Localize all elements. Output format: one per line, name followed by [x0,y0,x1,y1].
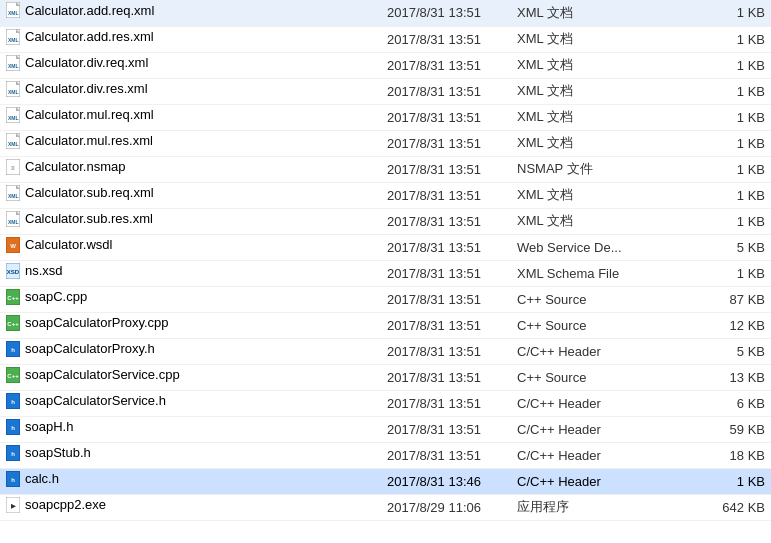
file-type: C/C++ Header [511,390,691,416]
svg-text:XML: XML [8,141,19,147]
table-row[interactable]: C++ soapC.cpp 2017/8/31 13:51C++ Source8… [0,286,771,312]
file-type: XML 文档 [511,0,691,26]
svg-text:h: h [11,425,15,431]
svg-text:XML: XML [8,219,19,225]
file-icon: h [6,471,20,487]
table-row[interactable]: h soapCalculatorProxy.h 2017/8/31 13:51C… [0,338,771,364]
table-row[interactable]: XSD ns.xsd 2017/8/31 13:51XML Schema Fil… [0,260,771,286]
file-name-cell: XML Calculator.sub.req.xml [0,183,310,203]
svg-text:h: h [11,477,15,483]
file-icon: h [6,419,20,435]
file-date: 2017/8/31 13:51 [381,234,511,260]
file-name: soapCalculatorService.cpp [25,367,180,382]
file-icon: ≡ [6,159,20,175]
file-name-cell: ≡ Calculator.nsmap [0,157,310,177]
file-size: 5 KB [691,338,771,364]
file-name: soapC.cpp [25,289,87,304]
file-name: Calculator.div.res.xml [25,81,148,96]
file-date: 2017/8/31 13:51 [381,26,511,52]
file-name-cell: XML Calculator.mul.res.xml [0,131,310,151]
svg-text:XML: XML [8,115,19,121]
table-row[interactable]: XML Calculator.div.res.xml 2017/8/31 13:… [0,78,771,104]
file-size: 1 KB [691,104,771,130]
table-row[interactable]: XML Calculator.mul.req.xml 2017/8/31 13:… [0,104,771,130]
file-type: C/C++ Header [511,468,691,494]
file-name-cell: XML Calculator.sub.res.xml [0,209,310,229]
table-row[interactable]: h soapStub.h 2017/8/31 13:51C/C++ Header… [0,442,771,468]
table-row[interactable]: ▶ soapcpp2.exe 2017/8/29 11:06应用程序642 KB [0,494,771,520]
svg-text:▶: ▶ [11,503,16,509]
file-type: NSMAP 文件 [511,156,691,182]
file-type: XML 文档 [511,208,691,234]
file-name-cell: C++ soapCalculatorService.cpp [0,365,310,385]
file-date: 2017/8/31 13:51 [381,260,511,286]
file-date: 2017/8/31 13:51 [381,286,511,312]
file-size: 1 KB [691,78,771,104]
file-name-cell: h soapCalculatorService.h [0,391,310,411]
file-name: Calculator.nsmap [25,159,125,174]
file-type: C/C++ Header [511,338,691,364]
file-name: Calculator.mul.req.xml [25,107,154,122]
table-row[interactable]: XML Calculator.add.req.xml 2017/8/31 13:… [0,0,771,26]
table-row[interactable]: XML Calculator.div.req.xml 2017/8/31 13:… [0,52,771,78]
svg-text:h: h [11,347,15,353]
table-row[interactable]: XML Calculator.sub.res.xml 2017/8/31 13:… [0,208,771,234]
file-name-cell: XML Calculator.add.req.xml [0,0,310,20]
file-icon: h [6,393,20,409]
file-size: 1 KB [691,468,771,494]
file-type: XML 文档 [511,26,691,52]
table-row[interactable]: C++ soapCalculatorService.cpp 2017/8/31 … [0,364,771,390]
svg-text:XML: XML [8,193,19,199]
svg-text:XML: XML [8,89,19,95]
table-row[interactable]: XML Calculator.add.res.xml 2017/8/31 13:… [0,26,771,52]
file-type: C/C++ Header [511,416,691,442]
file-type: C++ Source [511,286,691,312]
file-name: Calculator.add.res.xml [25,29,154,44]
file-date: 2017/8/31 13:51 [381,78,511,104]
svg-text:XSD: XSD [7,269,20,275]
file-type: XML 文档 [511,78,691,104]
file-name-cell: XSD ns.xsd [0,261,310,281]
file-icon: h [6,341,20,357]
file-size: 1 KB [691,26,771,52]
table-row[interactable]: XML Calculator.mul.res.xml 2017/8/31 13:… [0,130,771,156]
file-date: 2017/8/31 13:51 [381,364,511,390]
file-type: XML Schema File [511,260,691,286]
file-size: 18 KB [691,442,771,468]
file-icon: ▶ [6,497,20,513]
table-row[interactable]: C++ soapCalculatorProxy.cpp 2017/8/31 13… [0,312,771,338]
file-name-cell: h soapStub.h [0,443,310,463]
file-type: XML 文档 [511,130,691,156]
file-date: 2017/8/31 13:51 [381,208,511,234]
file-name-cell: h soapCalculatorProxy.h [0,339,310,359]
file-size: 59 KB [691,416,771,442]
table-row[interactable]: h soapCalculatorService.h 2017/8/31 13:5… [0,390,771,416]
file-name: ns.xsd [25,263,63,278]
file-date: 2017/8/29 11:06 [381,494,511,520]
file-date: 2017/8/31 13:46 [381,468,511,494]
table-row[interactable]: h soapH.h 2017/8/31 13:51C/C++ Header59 … [0,416,771,442]
file-name: Calculator.div.req.xml [25,55,148,70]
table-row[interactable]: h calc.h 2017/8/31 13:46C/C++ Header1 KB [0,468,771,494]
svg-text:C++: C++ [7,373,19,379]
table-row[interactable]: W Calculator.wsdl 2017/8/31 13:51Web Ser… [0,234,771,260]
file-size: 5 KB [691,234,771,260]
file-size: 642 KB [691,494,771,520]
file-icon: C++ [6,367,20,383]
file-name-cell: XML Calculator.add.res.xml [0,27,310,47]
file-name-cell: XML Calculator.div.req.xml [0,53,310,73]
table-row[interactable]: ≡ Calculator.nsmap 2017/8/31 13:51NSMAP … [0,156,771,182]
file-name: soapCalculatorService.h [25,393,166,408]
file-icon: C++ [6,289,20,305]
file-name: Calculator.wsdl [25,237,112,252]
file-date: 2017/8/31 13:51 [381,338,511,364]
svg-text:XML: XML [8,37,19,43]
file-icon: XML [6,2,20,18]
file-date: 2017/8/31 13:51 [381,416,511,442]
file-name: soapStub.h [25,445,91,460]
file-size: 1 KB [691,182,771,208]
file-size: 1 KB [691,260,771,286]
file-size: 12 KB [691,312,771,338]
table-row[interactable]: XML Calculator.sub.req.xml 2017/8/31 13:… [0,182,771,208]
svg-text:h: h [11,399,15,405]
